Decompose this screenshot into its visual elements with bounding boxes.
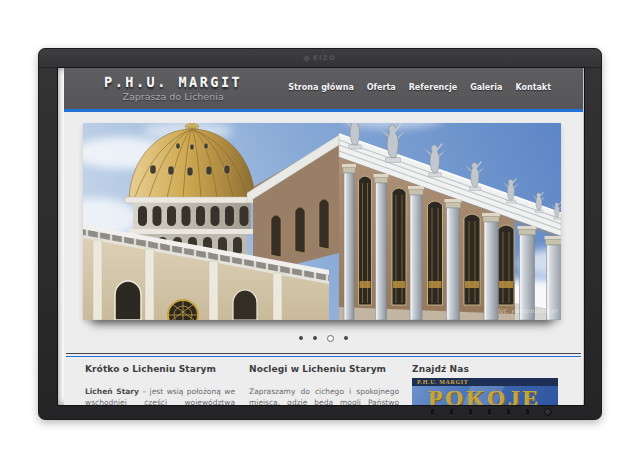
monitor-top-bezel: EIZO — [39, 49, 601, 68]
nav-item-strona-glowna[interactable]: Strona główna — [288, 83, 354, 92]
about-heading: Krótko o Licheniu Starym — [85, 364, 235, 374]
site-logo-tagline: Zaprasza do Lichenia — [104, 91, 242, 102]
carousel-dots — [64, 334, 583, 342]
monitor-button-3[interactable] — [469, 409, 472, 415]
page-content: fot. yourpoland.pl Krótko o Licheniu Sta… — [64, 112, 583, 405]
monitor-button-4[interactable] — [488, 409, 491, 415]
section-divider — [66, 353, 581, 354]
monitor-brand-label: EIZO — [313, 54, 336, 62]
nav-item-referencje[interactable]: Referencje — [409, 83, 457, 92]
eizo-diamond-icon — [303, 54, 310, 61]
site-header: P.H.U. MARGIT Zaprasza do Lichenia Stron… — [64, 68, 583, 109]
nav-item-oferta[interactable]: Oferta — [367, 83, 396, 92]
monitor-screen: P.H.U. MARGIT Zaprasza do Lichenia Stron… — [58, 68, 584, 405]
photo-watermark: fot. yourpoland.pl — [497, 307, 558, 315]
carousel-dot[interactable] — [344, 336, 348, 340]
monitor-controls — [39, 408, 601, 418]
lodging-text: Zapraszamy do cichego i spokojnego miejs… — [249, 386, 399, 405]
monitor-button-6[interactable] — [526, 409, 529, 415]
power-button[interactable] — [544, 408, 552, 416]
main-nav: Strona główna Oferta Referencje Galeria … — [288, 83, 551, 92]
monitor-frame: EIZO P.H.U. MARGIT Zaprasza do Lichenia … — [38, 48, 602, 420]
carousel-dot[interactable] — [299, 336, 303, 340]
banner-title: POKOJE — [412, 384, 558, 405]
carousel-dot[interactable] — [313, 336, 317, 340]
basilica-photo: fot. yourpoland.pl — [83, 123, 561, 320]
column-about: Krótko o Licheniu Starym Licheń Stary – … — [85, 364, 235, 405]
about-lead: Licheń Stary — [85, 387, 139, 396]
page-canvas: EIZO P.H.U. MARGIT Zaprasza do Lichenia … — [0, 0, 640, 470]
find-banner[interactable]: P.H.U. MARGIT POKOJE — [412, 378, 558, 405]
monitor-button-1[interactable] — [431, 409, 434, 415]
about-text: Licheń Stary – jest wsią położoną we wsc… — [85, 386, 235, 405]
hero-slider: fot. yourpoland.pl — [83, 123, 561, 320]
monitor-button-5[interactable] — [507, 409, 510, 415]
site-logo-title: P.H.U. MARGIT — [104, 74, 242, 90]
carousel-dot[interactable] — [327, 335, 334, 342]
lodging-heading: Noclegi w Licheniu Starym — [249, 364, 399, 374]
find-heading: Znajdź Nas — [412, 364, 562, 374]
column-lodging: Noclegi w Licheniu Starym Zapraszamy do … — [249, 364, 399, 405]
nav-item-kontakt[interactable]: Kontakt — [515, 83, 551, 92]
site-logo[interactable]: P.H.U. MARGIT Zaprasza do Lichenia — [104, 74, 242, 102]
monitor-button-2[interactable] — [450, 409, 453, 415]
nav-item-galeria[interactable]: Galeria — [470, 83, 502, 92]
column-find: Znajdź Nas P.H.U. MARGIT POKOJE — [412, 364, 562, 405]
